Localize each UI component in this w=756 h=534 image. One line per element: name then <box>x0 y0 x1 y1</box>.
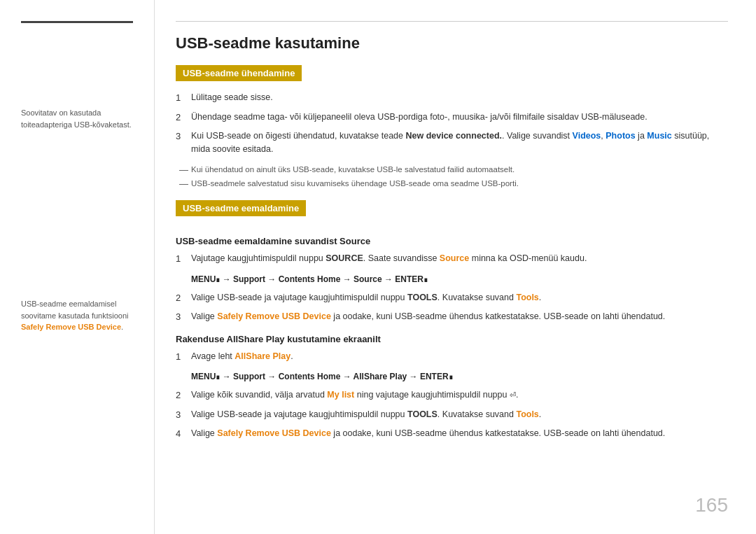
section1-header: USB-seadme ühendamine <box>176 65 302 81</box>
step-number: 4 <box>176 427 191 441</box>
sub2-header: Rakenduse AllShare Play kustutamine ekra… <box>176 334 728 344</box>
sub1-list: 1 Vajutage kaugjuhtimispuldil nuppu SOUR… <box>176 252 728 266</box>
step-number: 1 <box>176 252 191 266</box>
sidebar-note-usb: Soovitatav on kasutada toiteadapteriga U… <box>21 107 140 130</box>
sub2-menu-instruction: MENU∎ → Support → Contents Home → AllSha… <box>191 370 728 383</box>
section1-list: 1 Lülitage seade sisse. 2 Ühendage seadm… <box>176 91 728 156</box>
sub2-step3: 3 Valige USB-seade ja vajutage kaugjuhti… <box>176 408 728 422</box>
step-number: 3 <box>176 408 191 422</box>
step-number: 2 <box>176 111 191 125</box>
sidebar: Soovitatav on kasutada toiteadapteriga U… <box>0 0 154 534</box>
sub2-step4-text: Valige Safely Remove USB Device ja oodak… <box>191 427 728 440</box>
step3-text: Kui USB-seade on õigesti ühendatud, kuva… <box>191 129 728 156</box>
step2-text: Ühendage seadme taga- või küljepaneelil … <box>191 111 728 124</box>
note-line-1: — Kui ühendatud on ainult üks USB-seade,… <box>179 163 728 178</box>
sub1-step3: 3 Valige Safely Remove USB Device ja ood… <box>176 310 728 324</box>
sub1-header: USB-seadme eemaldamine suvandist Source <box>176 236 728 246</box>
section1-step1: 1 Lülitage seade sisse. <box>176 91 728 105</box>
step-number: 3 <box>176 129 191 143</box>
section1-notes: — Kui ühendatud on ainult üks USB-seade,… <box>176 163 728 192</box>
step1-text: Lülitage seade sisse. <box>191 91 728 104</box>
sidebar-top-decoration <box>21 21 133 23</box>
section1-step3: 3 Kui USB-seade on õigesti ühendatud, ku… <box>176 129 728 156</box>
sub2-step1-text: Avage leht AllShare Play. <box>191 350 728 363</box>
sub2-step2-text: Valige kõik suvandid, välja arvatud My l… <box>191 388 728 402</box>
step-number: 2 <box>176 291 191 305</box>
section2-header: USB-seadme eemaldamine <box>176 200 306 216</box>
step-number: 2 <box>176 388 191 402</box>
step-number: 1 <box>176 91 191 105</box>
sub2-step4: 4 Valige Safely Remove USB Device ja ood… <box>176 427 728 441</box>
section1-step2: 2 Ühendage seadme taga- või küljepaneeli… <box>176 111 728 125</box>
sub1-step2-text: Valige USB-seade ja vajutage kaugjuhtimi… <box>191 291 728 304</box>
sidebar-note-remove: USB-seadme eemaldamisel soovitame kasuta… <box>21 298 140 333</box>
sidebar-note-remove-text: USB-seadme eemaldamisel soovitame kasuta… <box>21 300 128 320</box>
note-line-2: — USB-seadmele salvestatud sisu kuvamise… <box>179 177 728 192</box>
step-number: 3 <box>176 310 191 324</box>
sub2-list: 1 Avage leht AllShare Play. <box>176 350 728 364</box>
sub2-step2: 2 Valige kõik suvandid, välja arvatud My… <box>176 388 728 402</box>
sub2-list-cont: 2 Valige kõik suvandid, välja arvatud My… <box>176 388 728 441</box>
sub1-step3-text: Valige Safely Remove USB Device ja oodak… <box>191 310 728 323</box>
sidebar-remove-link: Safely Remove USB Device <box>21 323 121 331</box>
sub1-step1-text: Vajutage kaugjuhtimispuldil nuppu SOURCE… <box>191 252 728 265</box>
step-number: 1 <box>176 350 191 364</box>
sub1-menu-instruction: MENU∎ → Support → Contents Home → Source… <box>191 273 728 286</box>
sub1-step2: 2 Valige USB-seade ja vajutage kaugjuhti… <box>176 291 728 305</box>
page-number: 165 <box>695 494 728 517</box>
sub1-step1: 1 Vajutage kaugjuhtimispuldil nuppu SOUR… <box>176 252 728 266</box>
sub2-step1: 1 Avage leht AllShare Play. <box>176 350 728 364</box>
page-title: USB-seadme kasutamine <box>176 34 728 52</box>
sidebar-note-remove-suffix: . <box>121 323 123 331</box>
sub2-step3-text: Valige USB-seade ja vajutage kaugjuhtimi… <box>191 408 728 421</box>
main-content: USB-seadme kasutamine USB-seadme ühendam… <box>154 0 756 534</box>
sub1-list-cont: 2 Valige USB-seade ja vajutage kaugjuhti… <box>176 291 728 324</box>
top-divider <box>176 21 728 22</box>
